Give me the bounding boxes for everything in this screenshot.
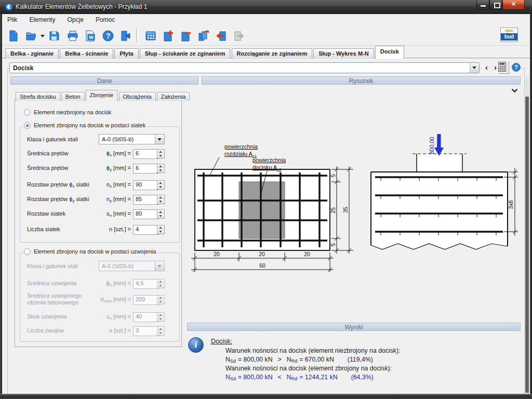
remove-item-button[interactable] <box>179 29 193 43</box>
tab-docisk[interactable]: Docisk <box>375 46 404 59</box>
chevron-down-icon <box>511 88 518 93</box>
radio-unreinforced[interactable]: Element niezbrojony na docisk <box>24 109 111 116</box>
form-row-nx: Rozstaw prętów ϕx siatki nx [mm] = 90 <box>23 180 179 190</box>
subtab-obciazenia[interactable]: Obciążenia <box>119 92 156 101</box>
radio-icon[interactable] <box>24 248 31 255</box>
tab-plyta[interactable]: Płyta <box>114 48 138 59</box>
nx-input[interactable]: 90 <box>133 180 159 190</box>
arrow-left-icon <box>215 30 228 42</box>
tab-slup-sciskanie[interactable]: Słup - ściskanie ze zginaniem <box>140 48 231 59</box>
svg-text:20: 20 <box>259 251 265 257</box>
specbud-logo: spec bud <box>500 28 518 42</box>
svg-text:W: W <box>89 35 94 40</box>
module-select[interactable]: Docisk <box>9 62 480 73</box>
svg-text:powierzchnia: powierzchnia <box>252 157 286 163</box>
maximize-button[interactable] <box>489 0 502 10</box>
radio-selected-icon[interactable] <box>24 122 31 129</box>
copy-item-button[interactable] <box>196 29 211 43</box>
svg-text:25: 25 <box>330 207 336 214</box>
form-row-dcore: Średnica uzwojonegordzenia betonowego dc… <box>23 295 179 304</box>
phi-x-input[interactable]: 6 <box>133 149 159 159</box>
nx-spinner[interactable] <box>157 180 165 190</box>
radio-mesh[interactable]: Element zbrojony na docisk w postaci sia… <box>23 122 148 129</box>
svg-text:5: 5 <box>330 243 336 246</box>
phi-x-spinner[interactable] <box>157 149 165 158</box>
chevron-down-icon <box>155 261 164 271</box>
radio-icon[interactable] <box>24 109 31 116</box>
data-tab-bar: Strefa docisku Beton Zbrojenie Obciążeni… <box>16 90 189 100</box>
menu-elementy[interactable]: Elementy <box>24 14 60 23</box>
ny-spinner[interactable] <box>157 195 165 204</box>
open-dropdown-caret[interactable] <box>41 35 45 37</box>
close-icon: ✕ <box>511 1 516 8</box>
table-icon <box>144 30 157 42</box>
panel-header-wyniki: Wyniki <box>187 323 521 331</box>
menu-opcje[interactable]: Opcje <box>62 14 89 23</box>
steel-grade-label-disabled: Klasa i gatunek stali <box>27 263 78 269</box>
add-item-icon <box>162 30 175 42</box>
tab-belka-zginanie[interactable]: Belka - zginanie <box>5 48 59 59</box>
next-module-button[interactable]: › <box>494 63 497 72</box>
exit-button[interactable] <box>118 29 133 43</box>
scrollbar-thumb[interactable] <box>525 97 529 393</box>
n-spinner[interactable] <box>157 225 165 234</box>
radio-spiral[interactable]: Element zbrojony na docisk w postaci uzw… <box>23 248 158 255</box>
title-bar[interactable]: Kalkulator Elementów Żelbetowych - Przyk… <box>0 0 532 14</box>
tab-slup-wykres[interactable]: Słup - Wykres M-N <box>313 48 374 59</box>
chevron-down-icon[interactable] <box>470 63 479 73</box>
toolbar: W ? spec bud <box>2 25 530 46</box>
help-button[interactable]: ? <box>101 29 115 43</box>
prev-module-button[interactable]: ‹ <box>485 63 488 72</box>
result-check-1: NSd= 800,00 kN>NRd= 670,00 kN(119,4%) <box>225 356 373 364</box>
calculator-icon <box>498 62 506 72</box>
tab-belka-scinanie[interactable]: Belka - ścinanie <box>60 48 113 59</box>
module-help-button[interactable]: ? <box>511 62 521 73</box>
subtab-strefa-docisku[interactable]: Strefa docisku <box>16 92 60 101</box>
menu-plik[interactable]: Plik <box>2 14 22 23</box>
steel-grade-select[interactable]: A-0 (St0S-b) <box>99 134 165 144</box>
next-item-button[interactable] <box>232 29 246 43</box>
subtab-zbrojenie[interactable]: Zbrojenie <box>86 90 118 101</box>
sn-input[interactable]: 80 <box>133 209 159 219</box>
ny-input[interactable]: 85 <box>133 195 159 205</box>
info-icon: i <box>188 337 204 353</box>
phi-y-input[interactable]: 6 <box>133 164 159 174</box>
window-border-bottom <box>0 394 532 399</box>
previous-item-button[interactable] <box>214 29 229 43</box>
phi-y-spinner[interactable] <box>157 164 165 173</box>
sn-spiral-spinner <box>157 312 165 322</box>
sn-spinner[interactable] <box>157 209 165 219</box>
new-document-button[interactable] <box>6 29 21 43</box>
result-condition-2: Warunek nośności na docisk (element zbro… <box>225 365 392 372</box>
open-file-button[interactable] <box>24 29 38 43</box>
load-value: 800,00 <box>429 137 435 154</box>
arrow-right-icon <box>233 30 245 42</box>
form-row-ny: Rozstaw prętów ϕy siatki ny [mm] = 85 <box>23 195 179 204</box>
element-table-button[interactable] <box>143 29 158 43</box>
chevron-down-icon[interactable] <box>155 135 164 144</box>
collapse-drawing-button[interactable] <box>511 88 518 94</box>
svg-text:60: 60 <box>259 262 265 269</box>
result-condition-1: Warunek nośności na docisk (element niez… <box>225 347 401 354</box>
maximize-icon <box>494 3 500 8</box>
svg-text:5: 5 <box>330 174 336 177</box>
export-word-button[interactable]: W <box>83 29 98 43</box>
close-button[interactable]: ✕ <box>502 0 525 10</box>
window-border-right <box>530 14 532 399</box>
save-button[interactable] <box>47 29 61 43</box>
subtab-beton[interactable]: Beton <box>61 92 85 101</box>
open-folder-icon <box>25 30 37 42</box>
minimize-button[interactable] <box>476 0 489 10</box>
scrollbar[interactable] <box>525 77 529 393</box>
subtab-zalozenia[interactable]: Założenia <box>157 92 190 101</box>
print-button[interactable] <box>65 29 80 43</box>
n-input[interactable]: 4 <box>133 225 159 235</box>
steel-grade-select-disabled: A-0 (St0S-b) <box>99 261 165 271</box>
add-item-button[interactable] <box>161 29 176 43</box>
calculator-button[interactable] <box>498 61 509 74</box>
app-icon <box>5 3 13 11</box>
minimize-icon <box>481 5 486 7</box>
menu-pomoc[interactable]: Pomoc <box>90 14 120 23</box>
svg-text:3x8: 3x8 <box>508 200 514 209</box>
tab-rozciaganie[interactable]: Rozciąganie ze zginaniem <box>232 48 313 59</box>
